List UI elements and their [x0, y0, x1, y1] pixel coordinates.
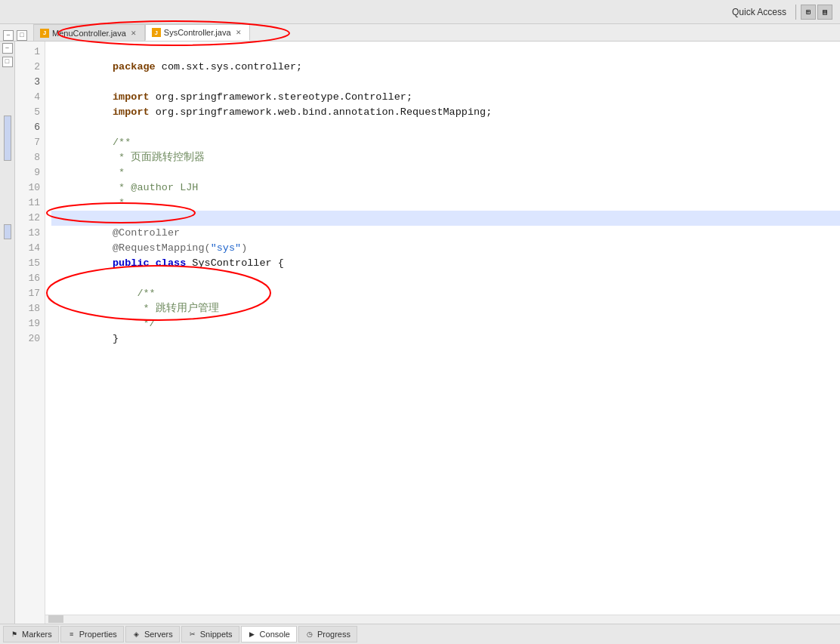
bottom-tab-markers[interactable]: ⚑ Markers [3, 626, 59, 642]
tab-sys-controller-icon: J [152, 28, 161, 37]
snippets-icon: ✂ [188, 630, 197, 639]
grid-icon[interactable]: ⊞ [801, 5, 816, 20]
ln-9: 9 [15, 165, 40, 180]
code-line-6: /** [51, 120, 840, 135]
ln-14: 14 [15, 241, 40, 256]
toolbar-separator [795, 5, 796, 20]
horizontal-scrollbar[interactable] [45, 615, 840, 624]
ln-3: 3▸ [15, 75, 40, 90]
code-line-2 [51, 60, 840, 75]
progress-label: Progress [317, 630, 351, 639]
ln-8: 8 [15, 150, 40, 165]
left-scroll-marker [4, 116, 11, 161]
bottom-tabs: ⚑ Markers ≡ Properties ◈ Servers ✂ Snipp… [0, 624, 840, 644]
tab-menu-controller[interactable]: J MenuController.java ✕ [33, 24, 145, 41]
console-icon: ▶ [248, 630, 257, 639]
ln-15: 15 [15, 256, 40, 271]
ln-11: 11 [15, 196, 40, 211]
ln-13: 13 [15, 226, 40, 241]
code-line-15 [51, 256, 840, 271]
ln-5: 5 [15, 105, 40, 120]
code-line-16: /** [51, 271, 840, 286]
console-label: Console [260, 630, 290, 639]
ln-4: 4 [15, 90, 40, 105]
snippets-label: Snippets [200, 630, 233, 639]
code-line-9: * @author LJH [51, 165, 840, 180]
tab-bar: − □ J MenuController.java ✕ J SysControl… [0, 24, 840, 42]
collapse-right-btn[interactable]: □ [17, 30, 27, 41]
line-numbers: 1 2 3▸ 4 5 6▸ 7 8 9 10 11 12 13 14 15 16… [15, 42, 45, 623]
bottom-tab-servers[interactable]: ◈ Servers [125, 626, 180, 642]
code-line-19: } [51, 316, 840, 331]
code-line-4: import org.springframework.web.bind.anno… [51, 90, 840, 105]
ln-16: 16 [15, 271, 40, 286]
servers-icon: ◈ [132, 630, 141, 639]
bottom-tab-properties[interactable]: ≡ Properties [60, 626, 124, 642]
ln-12: 12 [15, 211, 40, 226]
tab-sys-controller-label: SysController.java [164, 28, 231, 37]
code-line-1: package com.sxt.sys.controller; [51, 45, 840, 60]
ln-10: 10 [15, 180, 40, 196]
collapse-left-btn[interactable]: − [3, 30, 14, 41]
code-line-14: public class SysController { [51, 241, 840, 256]
ln-17: 17 [15, 286, 40, 301]
tab-sys-controller[interactable]: J SysController.java ✕ [145, 24, 250, 41]
bottom-tab-console[interactable]: ▶ Console [241, 626, 297, 642]
layout-icon[interactable]: ▤ [817, 5, 832, 20]
ln-20: 20 [15, 331, 40, 347]
bottom-tab-snippets[interactable]: ✂ Snippets [181, 626, 239, 642]
code-editor[interactable]: 1 2 3▸ 4 5 6▸ 7 8 9 10 11 12 13 14 15 16… [15, 42, 840, 623]
properties-label: Properties [79, 630, 117, 639]
left-scroll-marker2 [4, 224, 11, 239]
bottom-tab-progress[interactable]: ◷ Progress [298, 626, 357, 642]
tab-menu-controller-label: MenuController.java [52, 29, 126, 38]
code-line-3: import org.springframework.stereotype.Co… [51, 75, 840, 90]
code-line-13: @RequestMapping("sys") [51, 226, 840, 241]
minimize-btn[interactable]: − [2, 43, 13, 54]
code-content[interactable]: package com.sxt.sys.controller; import o… [45, 42, 840, 623]
code-line-18: */ [51, 301, 840, 316]
properties-icon: ≡ [67, 630, 76, 639]
code-line-20 [51, 331, 840, 347]
top-toolbar: Quick Access ⊞ ▤ [0, 0, 840, 24]
code-line-8: * [51, 150, 840, 165]
restore-btn[interactable]: □ [2, 57, 13, 67]
progress-icon: ◷ [305, 630, 314, 639]
ln-19: 19 [15, 316, 40, 331]
ln-2: 2 [15, 60, 40, 75]
tab-sys-controller-close[interactable]: ✕ [234, 28, 243, 37]
left-panel: − □ [0, 42, 15, 623]
code-line-12: @Controller [51, 211, 840, 226]
markers-label: Markers [22, 630, 52, 639]
markers-icon: ⚑ [10, 630, 19, 639]
scroll-left-btn[interactable] [48, 615, 63, 623]
code-line-7: * 页面跳转控制器 [51, 135, 840, 150]
ln-6: 6▸ [15, 120, 40, 135]
code-line-17: * 跳转用户管理 [51, 286, 840, 301]
quick-access-label: Quick Access [732, 7, 786, 17]
editor-container: − □ 1 2 3▸ 4 5 6▸ 7 8 9 10 11 12 13 1 [0, 42, 840, 623]
tab-menu-controller-close[interactable]: ✕ [129, 29, 138, 38]
ln-7: 7 [15, 135, 40, 150]
code-line-10: * [51, 180, 840, 196]
code-line-11: */ [51, 196, 840, 211]
tab-menu-controller-icon: J [40, 29, 49, 38]
code-line-5 [51, 105, 840, 120]
ln-1: 1 [15, 45, 40, 60]
servers-label: Servers [144, 630, 173, 639]
ln-18: 18 [15, 301, 40, 316]
